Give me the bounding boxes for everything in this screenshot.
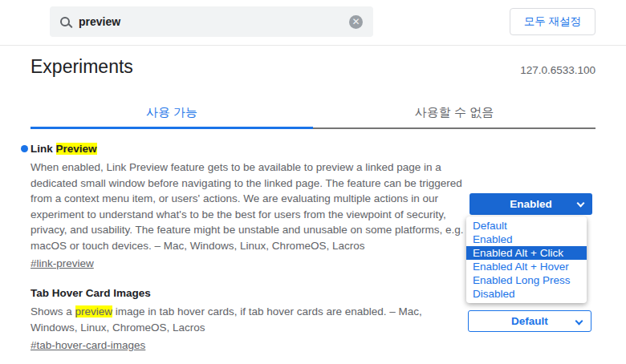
header-divider <box>0 45 626 46</box>
select-dropdown-menu: Default Enabled Enabled Alt + Click Enab… <box>466 216 587 303</box>
search-input[interactable] <box>79 15 340 28</box>
menu-option-enabled-alt-hover[interactable]: Enabled Alt + Hover <box>466 260 587 273</box>
flag-permalink[interactable]: #tab-hover-card-images <box>30 339 145 351</box>
version-label: 127.0.6533.100 <box>520 64 596 76</box>
select-value: Default <box>511 315 548 327</box>
flag-description: When enabled, Link Preview feature gets … <box>30 160 471 253</box>
menu-option-default[interactable]: Default <box>466 219 587 233</box>
flag-description-text: Shows a <box>30 305 75 317</box>
chevron-down-icon <box>575 317 583 326</box>
flag-select-link-preview[interactable]: Enabled <box>470 193 592 215</box>
flag-tab-hover-card-images: Tab Hover Card Images Shows a preview im… <box>30 287 471 352</box>
search-bar: ✕ <box>50 6 373 37</box>
flag-select-tab-hover-card-images[interactable]: Default <box>468 310 591 332</box>
menu-option-enabled[interactable]: Enabled <box>466 233 587 246</box>
flag-title: Link Preview <box>30 143 471 155</box>
tab-indicator-track <box>313 127 596 129</box>
flag-link-preview: Link Preview When enabled, Link Preview … <box>30 143 471 270</box>
modified-flag-dot-icon <box>21 145 28 152</box>
search-match-highlight: preview <box>75 305 113 317</box>
clear-search-icon[interactable]: ✕ <box>349 15 363 29</box>
flag-permalink[interactable]: #link-preview <box>30 257 94 269</box>
page-title: Experiments <box>30 56 133 78</box>
tab-indicator-active <box>30 127 313 129</box>
flag-title: Tab Hover Card Images <box>30 287 471 299</box>
flag-title-text: Link <box>30 143 56 155</box>
chevron-down-icon <box>577 200 585 208</box>
search-match-highlight: Preview <box>56 143 97 155</box>
flags-page: ✕ 모두 재설정 Experiments 127.0.6533.100 사용 가… <box>0 0 626 364</box>
menu-option-enabled-long-press[interactable]: Enabled Long Press <box>466 273 587 287</box>
search-icon <box>60 17 70 26</box>
menu-option-enabled-alt-click[interactable]: Enabled Alt + Click <box>466 246 587 260</box>
reset-all-button[interactable]: 모두 재설정 <box>510 8 596 35</box>
menu-option-disabled[interactable]: Disabled <box>466 287 587 301</box>
flag-description: Shows a preview image in tab hover cards… <box>30 304 471 335</box>
select-value: Enabled <box>510 198 552 210</box>
